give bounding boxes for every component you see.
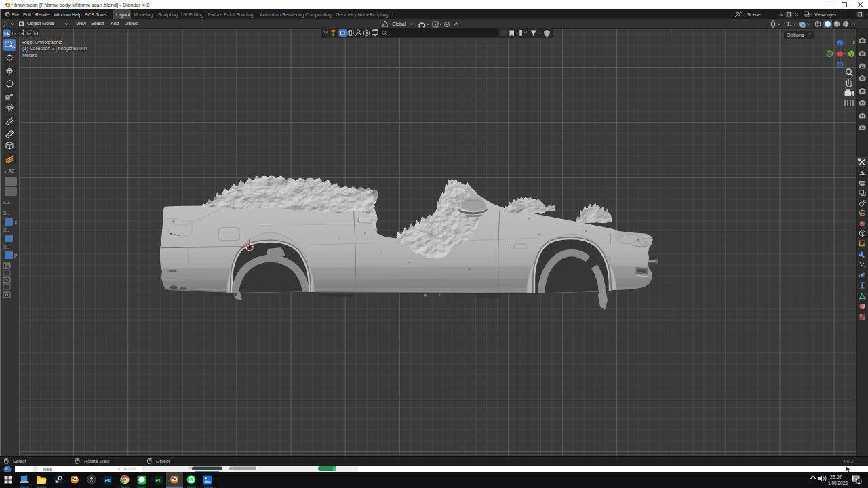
svg-text:St..: St.. <box>3 245 10 249</box>
svg-text:St..: St.. <box>3 228 10 232</box>
svg-text:Rotate View: Rotate View <box>84 459 111 464</box>
svg-text:Pt: Pt <box>155 478 161 483</box>
svg-text:30.08.2015: 30.08.2015 <box>117 467 136 471</box>
svg-text:Ps: Ps <box>105 478 111 483</box>
svg-text:Y: Y <box>850 52 852 56</box>
svg-text:⌄ AE: ⌄ AE <box>3 169 15 174</box>
svg-text:X: X <box>14 220 18 225</box>
svg-text:23:57: 23:57 <box>830 474 842 479</box>
svg-text:z: z <box>839 41 841 45</box>
svg-text:Cu..: Cu.. <box>3 200 12 205</box>
svg-text:Rea: Rea <box>43 467 52 472</box>
svg-text:Select: Select <box>13 459 26 464</box>
svg-text:P: P <box>14 253 17 258</box>
svg-text:4.0.2: 4.0.2 <box>843 459 854 464</box>
svg-text:D...: D... <box>3 211 10 216</box>
svg-text:Object: Object <box>156 459 170 464</box>
svg-text:1.09.2023: 1.09.2023 <box>828 481 848 485</box>
svg-text:1: 1 <box>858 479 860 483</box>
